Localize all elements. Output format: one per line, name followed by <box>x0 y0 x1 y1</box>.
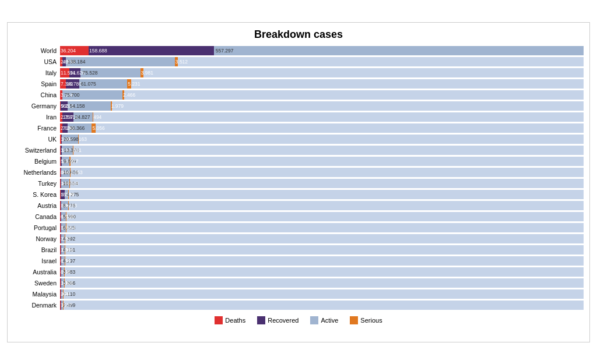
deaths-legend-box <box>215 316 223 324</box>
bar-wrapper: 14056.225164 <box>60 223 584 232</box>
country-label: China <box>13 91 60 98</box>
country-label: Sweden <box>13 280 60 287</box>
table-row: Netherlands86425010.6361.053 <box>13 167 584 178</box>
bar-wrapper: 61344.19779 <box>60 256 584 266</box>
table-row: Israel61344.19779 <box>13 256 584 266</box>
country-label: Denmark <box>13 302 60 309</box>
table-row: Belgium5131.5279.859927 <box>13 156 584 167</box>
bar-wrapper: 82443.98328 <box>60 267 584 277</box>
table-row: Canada671.0145.590120 <box>13 211 584 222</box>
bar-wrapper: 7.34016.78061.0755.231 <box>60 79 584 89</box>
legend: Deaths Recovered Active Serious <box>13 316 584 324</box>
legend-deaths: Deaths <box>215 316 245 324</box>
bar-wrapper: 3.30475.7002.466 <box>60 90 584 100</box>
table-row: World36.204158.688557.29729.706 <box>13 45 584 56</box>
serious-legend-label: Serious <box>360 317 382 324</box>
bar-wrapper: 86425010.6361.053 <box>60 168 584 177</box>
active-bar: 54.158 <box>68 101 110 111</box>
table-row: Germany5609.21154.1581.979 <box>13 101 584 111</box>
serious-bar: 137 <box>63 301 64 310</box>
table-row: Brazil1411204.101296 <box>13 245 584 255</box>
bar-wrapper: 1411204.101296 <box>60 245 584 255</box>
country-label: Turkey <box>13 180 60 187</box>
country-label: Portugal <box>13 224 60 231</box>
active-legend-label: Active <box>321 317 338 324</box>
country-label: Italy <box>13 69 60 76</box>
country-label: Austria <box>13 202 60 209</box>
country-label: Malaysia <box>13 291 60 298</box>
recovered-bar: 14.620 <box>69 68 81 77</box>
serious-bar: 494 <box>93 112 93 122</box>
country-label: France <box>13 125 60 132</box>
serious-bar: 28 <box>64 267 65 277</box>
bar-wrapper: 11.59114.62075.5283.981 <box>60 68 584 77</box>
country-label: Spain <box>13 80 60 87</box>
country-label: Israel <box>13 257 60 264</box>
country-label: Australia <box>13 268 60 275</box>
country-label: USA <box>13 58 60 65</box>
bar-wrapper: 36.204158.688557.29729.706 <box>60 46 584 55</box>
recovered-bar: 16.780 <box>66 79 79 89</box>
active-bar: 13.370 <box>62 146 72 155</box>
country-label: Netherlands <box>13 169 60 176</box>
country-label: Iran <box>13 114 60 121</box>
serious-bar: 301 <box>73 146 73 155</box>
serious-bar: 3.981 <box>141 68 143 77</box>
table-row: Iran2.75713.91124.827494 <box>13 112 584 122</box>
table-row: Austria1086368.776193 <box>13 200 584 211</box>
active-bar: 61.075 <box>79 79 128 89</box>
bar-wrapper: 1585.2284.27599 <box>60 190 584 199</box>
serious-bar: 97 <box>65 234 65 243</box>
table-row: France2.6067.20230.3665.056 <box>13 123 584 133</box>
serious-bar: 3.512 <box>175 57 178 66</box>
bar-wrapper: 671.0145.590120 <box>60 212 584 221</box>
table-row: Norway32124.39297 <box>13 234 584 244</box>
country-label: Belgium <box>13 158 60 165</box>
active-bar: 10.554 <box>61 179 69 188</box>
country-label: Brazil <box>13 246 60 253</box>
table-row: Malaysia374792.11094 <box>13 289 584 299</box>
legend-recovered: Recovered <box>257 316 298 324</box>
serious-bar: 120 <box>66 212 66 221</box>
serious-bar: 79 <box>65 256 65 266</box>
country-label: S. Korea <box>13 191 60 198</box>
table-row: USA2.6114.574138.1843.512 <box>13 56 584 67</box>
country-label: World <box>13 47 60 54</box>
serious-bar: 568 <box>69 179 70 188</box>
table-row: China3.30475.7002.466 <box>13 90 584 100</box>
table-row: Spain7.34016.78061.0755.231 <box>13 79 584 89</box>
table-row: Denmark7712.499137 <box>13 300 584 310</box>
serious-bar: 5.231 <box>127 79 131 89</box>
recovered-bar: 158.688 <box>89 46 214 55</box>
bar-wrapper: 2.75713.91124.827494 <box>60 112 584 122</box>
table-row: S. Korea1585.2284.27599 <box>13 189 584 200</box>
chart-title: Breakdown cases <box>13 29 584 41</box>
serious-bar: 296 <box>65 245 65 255</box>
recovered-bar: 13.911 <box>62 112 73 122</box>
serious-bar: 306 <box>64 278 65 288</box>
country-label: Germany <box>13 103 60 109</box>
bar-wrapper: 16810510.554568 <box>60 179 584 188</box>
active-bar: 20.598 <box>62 135 78 144</box>
active-bar: 75.528 <box>80 68 140 77</box>
deaths-bar: 11.591 <box>60 68 69 77</box>
country-label: Canada <box>13 213 60 220</box>
active-bar: 10.636 <box>61 168 69 177</box>
recovered-bar: 9.211 <box>61 101 68 111</box>
legend-serious: Serious <box>350 316 382 324</box>
active-bar: 557.297 <box>214 46 584 55</box>
recovered-legend-label: Recovered <box>268 317 298 324</box>
legend-active: Active <box>310 316 338 324</box>
bar-wrapper: 1.40813520.598163 <box>60 135 584 144</box>
serious-legend-box <box>350 316 358 324</box>
table-row: Italy11.59114.62075.5283.981 <box>13 68 584 78</box>
serious-bar: 99 <box>68 190 69 199</box>
bar-wrapper: 5131.5279.859927 <box>60 157 584 166</box>
serious-bar: 163 <box>78 135 79 144</box>
chart-container: Breakdown cases World36.204158.688557.29… <box>7 22 590 342</box>
serious-bar: 193 <box>68 201 69 210</box>
bar-wrapper: 5609.21154.1581.979 <box>60 101 584 111</box>
table-row: Turkey16810510.554568 <box>13 178 584 189</box>
serious-bar: 927 <box>69 157 70 166</box>
deaths-bar: 7.340 <box>60 79 66 89</box>
